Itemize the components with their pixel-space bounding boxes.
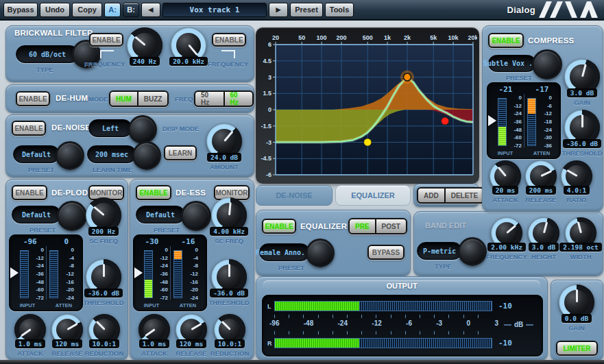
compress-ratio-knob-group: 4.0:1 RATIO <box>561 160 592 204</box>
deplode-preset-select[interactable]: Default <box>12 206 61 223</box>
deess-release-label: RELEASE <box>176 350 207 357</box>
tools-menu-button[interactable]: Tools <box>325 3 354 17</box>
output-gain-knob-group: 0.0 dB GAIN <box>559 284 594 332</box>
svg-text:2k: 2k <box>404 34 411 41</box>
band-add-button[interactable]: ADD <box>418 189 444 202</box>
compress-preset-select[interactable]: Subtle Vox ... <box>488 55 536 72</box>
band-add-delete-group[interactable]: ADD DELETE <box>417 187 485 204</box>
deplode-sc-freq-value: 200 Hz <box>88 227 119 236</box>
deess-enable-button[interactable]: ENABLE <box>136 185 171 200</box>
denoise-preset-select[interactable]: Default <box>13 145 60 163</box>
output-gain-panel: 0.0 dB GAIN LIMITER <box>551 280 603 361</box>
output-gain-label: GAIN <box>568 324 585 332</box>
dehum-freq-60hz[interactable]: 60 Hz <box>224 92 253 106</box>
knob-pointer <box>543 222 548 234</box>
equalizer-post[interactable]: POST <box>375 219 406 233</box>
equalizer-preset-label: PRESET <box>278 264 304 271</box>
dehum-mode-buzz[interactable]: BUZZ <box>137 92 168 106</box>
eq-plot[interactable]: 20501002005001k2k5k10k20k64.531.50-1.5-3… <box>258 29 477 182</box>
deess-sc-freq-label: SC FREQ <box>215 237 243 245</box>
band-type-knob[interactable] <box>458 237 487 266</box>
equalizer-pre[interactable]: PRE <box>350 219 375 233</box>
svg-text:5k: 5k <box>430 34 437 41</box>
denoise-enable-button[interactable]: ENABLE <box>12 121 46 136</box>
meter-divider <box>170 246 171 300</box>
equalizer-prepost-toggle[interactable]: PRE POST <box>348 218 407 234</box>
deess-input-label: INPUT <box>144 302 160 308</box>
deplode-reduction-label: REDUCTION <box>85 350 123 357</box>
dehum-freq-50hz[interactable]: 50 Hz <box>195 92 224 106</box>
preset-menu-button[interactable]: Preset <box>290 3 323 17</box>
compress-meter: -21 -17 0-12-24-36-48-60-72 0-6-12-18-24… <box>487 82 561 159</box>
deplode-threshold-value: -36.0 dB <box>84 289 123 298</box>
copy-button[interactable]: Copy <box>72 3 102 17</box>
band-type-select[interactable]: P-metric <box>417 242 462 260</box>
dehum-panel: ENABLE DE-HUM MODE HUM BUZZ FREQ 50 Hz 6… <box>5 84 254 113</box>
compress-preset-label: PRESET <box>506 74 532 82</box>
deess-threshold-value: -36.0 dB <box>210 289 248 298</box>
denoise-disp-mode-label: DISP MODE <box>162 125 199 132</box>
dehum-mode-hum[interactable]: HUM <box>110 92 137 106</box>
preset-b-button[interactable]: B: <box>123 3 139 17</box>
filter-type-select[interactable]: 60 dB/oct <box>16 45 79 63</box>
highpass-enable-button[interactable]: ENABLE <box>89 33 123 47</box>
band-frequency-knob-group: 2.00 kHz FREQUENCY <box>491 217 522 260</box>
band-height-label: HEIGHT <box>531 253 556 260</box>
band-delete-button[interactable]: DELETE <box>444 189 483 202</box>
dehum-mode-toggle[interactable]: HUM BUZZ <box>109 90 169 107</box>
deess-preset-knob[interactable] <box>181 201 211 231</box>
deplode-preset-knob[interactable] <box>57 201 87 231</box>
output-right-label: R <box>267 340 272 347</box>
output-limiter-button[interactable]: LIMITER <box>556 341 598 356</box>
band-frequency-label: FREQUENCY <box>486 253 527 260</box>
equalizer-preset-knob[interactable] <box>306 239 335 267</box>
equalizer-enable-button[interactable]: ENABLE <box>262 219 296 234</box>
compress-ratio-value: 4.0:1 <box>564 186 590 195</box>
denoise-learn-button[interactable]: LEARN <box>164 145 197 160</box>
deess-atten-scale: 0-4-8-12-16-20-24 <box>184 247 198 301</box>
deess-attack-knob-group: 1.0 ms ATTACK <box>138 314 170 357</box>
prev-preset-icon[interactable]: ◀ <box>141 3 160 17</box>
denoise-preset-knob[interactable] <box>56 141 84 170</box>
svg-text:4.5: 4.5 <box>263 58 271 64</box>
deess-preset-label: PRESET <box>154 226 180 234</box>
preset-a-button[interactable]: A: <box>104 3 121 17</box>
tab-denoise[interactable]: DE-NOISE <box>256 185 333 206</box>
denoise-disp-mode-select[interactable]: Left <box>88 119 132 137</box>
deess-threshold-marker[interactable] <box>134 267 143 278</box>
dehum-freq-toggle[interactable]: 50 Hz 60 Hz <box>194 90 254 107</box>
denoise-learn-time-knob[interactable] <box>132 141 161 170</box>
deplode-threshold-marker[interactable] <box>10 267 19 278</box>
undo-button[interactable]: Undo <box>40 3 70 17</box>
knob-pointer <box>228 264 230 277</box>
tab-equalizer[interactable]: EQUALIZER <box>335 185 411 206</box>
output-panel: OUTPUT L -10 -96-48-24-12-6-303 dB R -10 <box>256 276 548 361</box>
knob-pointer <box>95 321 105 330</box>
denoise-amount-label: AMOUNT <box>210 163 239 171</box>
knob-pointer <box>145 329 155 337</box>
deplode-meter-readouts: -96 0 <box>10 237 82 246</box>
dehum-enable-button[interactable]: ENABLE <box>16 91 50 106</box>
bypass-button[interactable]: Bypass <box>3 3 38 17</box>
compress-threshold-marker[interactable] <box>488 115 496 126</box>
lowpass-filter-icon <box>221 50 235 58</box>
deess-preset-select[interactable]: Default <box>136 206 185 223</box>
compress-enable-button[interactable]: ENABLE <box>488 33 524 48</box>
equalizer-preset-select[interactable]: Female Anno... <box>259 243 310 261</box>
deplode-attack-knob-group: 1.0 ms ATTACK <box>14 314 46 357</box>
deess-release-value: 120 ms <box>176 339 206 348</box>
deplode-sc-freq-knob-group: 200 Hz SC FREQ <box>86 197 121 245</box>
denoise-learn-time-select[interactable]: 200 msec <box>87 145 136 163</box>
deplode-atten-scale: 0-4-8-12-16-20-24 <box>60 247 74 301</box>
next-preset-icon[interactable]: ▶ <box>269 3 288 17</box>
deplode-enable-button[interactable]: ENABLE <box>12 185 47 200</box>
preset-name-display[interactable]: Vox track 1 <box>162 3 267 17</box>
denoise-disp-mode-knob[interactable] <box>128 115 157 144</box>
equalizer-bypass-button[interactable]: BYPASS <box>367 245 404 260</box>
lowpass-enable-button[interactable]: ENABLE <box>212 33 246 47</box>
compress-preset-knob[interactable] <box>532 49 562 80</box>
band-add-delete-panel: ADD DELETE <box>413 184 479 207</box>
knob-pointer <box>191 323 202 330</box>
compress-input-scale: 0-12-24-36-48-60-72 <box>508 95 522 149</box>
compress-input-meter <box>498 98 507 146</box>
